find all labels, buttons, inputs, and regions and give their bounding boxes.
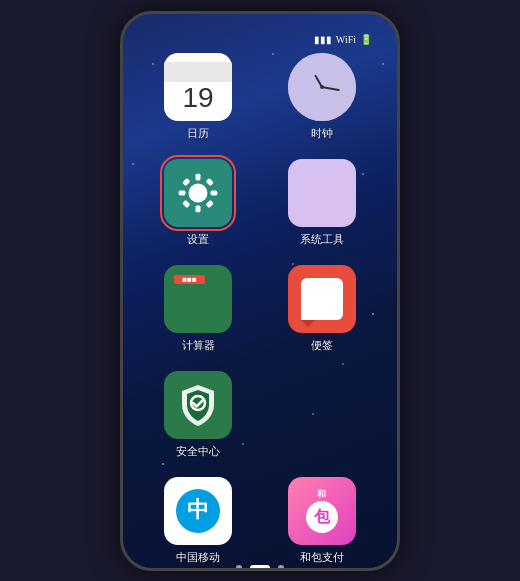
notes-icon bbox=[288, 265, 356, 333]
china-mobile-svg: 中 bbox=[174, 487, 222, 535]
app-item-calendar[interactable]: 19 日历 bbox=[143, 53, 253, 141]
settings-label: 设置 bbox=[187, 232, 209, 247]
svg-text:中: 中 bbox=[187, 497, 209, 522]
notes-label: 便签 bbox=[311, 338, 333, 353]
signal-icon: ▮▮▮ bbox=[314, 34, 332, 45]
calculator-icon: ■■■ bbox=[164, 265, 232, 333]
dock bbox=[143, 565, 377, 571]
calendar-header bbox=[164, 62, 232, 82]
clock-minute-hand bbox=[322, 86, 340, 91]
notes-fold bbox=[301, 320, 315, 327]
calc-display: ■■■ bbox=[174, 275, 205, 284]
clock-face bbox=[288, 53, 356, 121]
china-mobile-label: 中国移动 bbox=[176, 550, 220, 565]
status-bar: ▮▮▮ WiFi 🔋 bbox=[143, 34, 377, 53]
battery-icon: 🔋 bbox=[360, 34, 372, 45]
dock-dot-3 bbox=[278, 565, 284, 571]
hebao-top-text: 和 bbox=[317, 488, 327, 501]
app-item-notes[interactable]: 便签 bbox=[267, 265, 377, 353]
hebao-pay-icon: 和 包 bbox=[288, 477, 356, 545]
calculator-label: 计算器 bbox=[182, 338, 215, 353]
system-tools-icon bbox=[288, 159, 356, 227]
china-mobile-icon: 中 bbox=[164, 477, 232, 545]
settings-icon bbox=[164, 159, 232, 227]
app-item-security[interactable]: 安全中心 bbox=[143, 371, 253, 459]
app-item-hebao-pay[interactable]: 和 包 和包支付 bbox=[267, 477, 377, 565]
phone-frame: ▮▮▮ WiFi 🔋 19 日历 bbox=[120, 11, 400, 571]
app-item-empty bbox=[267, 371, 377, 459]
hebao-pay-label: 和包支付 bbox=[300, 550, 344, 565]
clock-icon bbox=[288, 53, 356, 121]
svg-point-1 bbox=[194, 189, 202, 197]
clock-center-dot bbox=[320, 85, 324, 89]
svg-rect-5 bbox=[211, 190, 218, 195]
dock-dot-2 bbox=[250, 565, 270, 571]
clock-label: 时钟 bbox=[311, 126, 333, 141]
app-item-settings[interactable]: 设置 bbox=[143, 159, 253, 247]
security-icon bbox=[164, 371, 232, 439]
app-item-clock[interactable]: 时钟 bbox=[267, 53, 377, 141]
calendar-label: 日历 bbox=[187, 126, 209, 141]
calendar-number: 19 bbox=[182, 84, 213, 112]
app-grid: 19 日历 时钟 bbox=[143, 53, 377, 565]
system-tools-label: 系统工具 bbox=[300, 232, 344, 247]
calendar-icon: 19 bbox=[164, 53, 232, 121]
dock-dot-1 bbox=[236, 565, 242, 571]
svg-rect-2 bbox=[195, 173, 200, 180]
svg-rect-4 bbox=[179, 190, 186, 195]
hebao-circle: 包 bbox=[306, 501, 338, 533]
shield-svg bbox=[178, 383, 218, 427]
app-item-china-mobile[interactable]: 中 中国移动 bbox=[143, 477, 253, 565]
wifi-icon: WiFi bbox=[336, 34, 356, 45]
svg-rect-3 bbox=[195, 205, 200, 212]
gear-svg bbox=[177, 172, 219, 214]
security-label: 安全中心 bbox=[176, 444, 220, 459]
app-item-system-tools[interactable]: 系统工具 bbox=[267, 159, 377, 247]
app-item-calculator[interactable]: ■■■ 计算器 bbox=[143, 265, 253, 353]
screen-content: ▮▮▮ WiFi 🔋 19 日历 bbox=[123, 14, 397, 568]
hebao-char: 包 bbox=[314, 507, 330, 528]
notes-paper bbox=[301, 278, 343, 320]
empty-icon bbox=[288, 371, 356, 439]
